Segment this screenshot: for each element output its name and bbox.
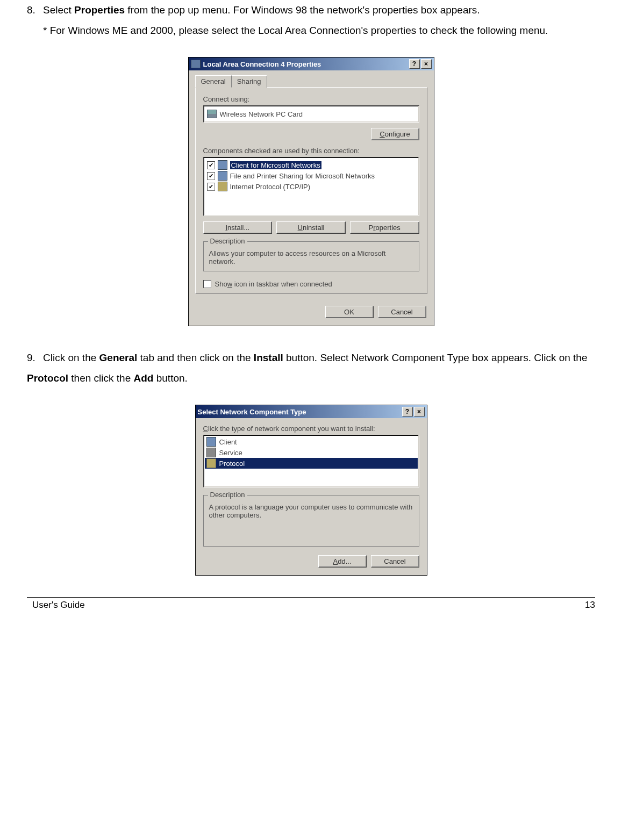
network-adapter-icon <box>207 110 217 118</box>
uninstall-button[interactable]: Uninstall <box>276 221 346 234</box>
protocol-icon <box>218 182 227 191</box>
dialog1-title: Local Area Connection 4 Properties <box>203 60 321 68</box>
list-item-client[interactable]: Client <box>205 436 418 447</box>
dialog2-titlebar[interactable]: Select Network Component Type ? × <box>196 405 427 418</box>
step8-number: 8. <box>27 0 43 20</box>
checkbox-icon[interactable]: ✔ <box>207 183 215 191</box>
tab-general[interactable]: General <box>195 75 232 88</box>
dialog2-prompt: Click the type of network component you … <box>203 425 419 433</box>
checkbox-icon[interactable]: ✔ <box>207 161 215 169</box>
adapter-box: Wireless Network PC Card <box>203 105 419 123</box>
configure-button[interactable]: Configure <box>371 128 419 140</box>
select-network-component-type-dialog: Select Network Component Type ? × Click … <box>195 405 427 576</box>
cancel-button[interactable]: Cancel <box>378 306 426 318</box>
step9-p3: button. Select Network Component Type bo… <box>283 352 588 363</box>
protocol-icon <box>206 458 216 468</box>
client-icon <box>218 160 227 170</box>
step9-p5: button. <box>153 372 187 384</box>
dialog2-title: Select Network Component Type <box>198 408 306 416</box>
adapter-name: Wireless Network PC Card <box>220 110 303 118</box>
connect-using-label: Connect using: <box>203 95 419 103</box>
cancel-button[interactable]: Cancel <box>371 555 419 568</box>
service-icon <box>206 448 216 457</box>
help-button[interactable]: ? <box>409 59 420 69</box>
list-item-protocol[interactable]: Protocol <box>205 458 418 469</box>
list-item-service[interactable]: Service <box>205 447 418 458</box>
ok-button[interactable]: OK <box>325 306 374 318</box>
show-icon-label: Show icon in taskbar when connected <box>215 280 332 288</box>
component-label: Internet Protocol (TCP/IP) <box>230 183 311 191</box>
component-item[interactable]: ✔ Client for Microsoft Networks <box>206 160 417 170</box>
component-item[interactable]: ✔ File and Printer Sharing for Microsoft… <box>206 170 417 181</box>
add-button[interactable]: Add... <box>318 555 367 568</box>
step8-note: * For Windows ME and 2000, please select… <box>43 20 595 41</box>
tab-sharing[interactable]: Sharing <box>231 75 267 88</box>
footer-rule <box>27 597 595 598</box>
components-listbox[interactable]: ✔ Client for Microsoft Networks ✔ File a… <box>203 157 419 216</box>
show-icon-checkbox[interactable] <box>203 280 211 288</box>
component-item[interactable]: ✔ Internet Protocol (TCP/IP) <box>206 181 417 192</box>
component-type-listbox[interactable]: Client Service Protocol <box>203 435 419 487</box>
components-label: Components checked are used by this conn… <box>203 147 419 155</box>
description-text: Allows your computer to access resources… <box>209 249 413 265</box>
component-label: Client for Microsoft Networks <box>230 161 321 169</box>
step9-b2: Install <box>254 352 283 363</box>
configure-button-rest: onfigure <box>385 130 410 138</box>
step9-b1: General <box>99 352 138 363</box>
step9-p1: Click on the <box>43 352 99 363</box>
step9-p4: then click the <box>68 372 133 384</box>
footer-left: User's Guide <box>32 600 85 611</box>
list-item-label: Client <box>219 438 237 446</box>
help-button[interactable]: ? <box>402 407 413 417</box>
step9-p2: tab and then click on the <box>137 352 254 363</box>
page-number: 13 <box>585 600 595 611</box>
step9-number: 9. <box>27 348 43 368</box>
step8-bold-properties: Properties <box>74 4 125 16</box>
dialog1-titlebar[interactable]: Local Area Connection 4 Properties ? × <box>189 58 434 70</box>
step8-text-after: from the pop up menu. For Windows 98 the… <box>125 4 480 16</box>
properties-button[interactable]: Properties <box>350 221 419 234</box>
description-text: A protocol is a language your computer u… <box>209 503 413 519</box>
description-legend: Description <box>208 491 247 499</box>
service-icon <box>218 171 227 181</box>
description-group: Description Allows your computer to acce… <box>203 241 419 271</box>
step8-text-before: Select <box>43 4 74 16</box>
description-group: Description A protocol is a language you… <box>203 495 419 547</box>
client-icon <box>206 437 216 447</box>
install-button[interactable]: Install... <box>203 221 273 234</box>
connection-icon <box>191 60 201 68</box>
local-area-connection-properties-dialog: Local Area Connection 4 Properties ? × G… <box>188 57 434 326</box>
description-legend: Description <box>208 237 247 245</box>
list-item-label: Service <box>219 449 242 457</box>
close-button[interactable]: × <box>414 407 425 417</box>
component-label: File and Printer Sharing for Microsoft N… <box>230 172 375 180</box>
step9-b4: Add <box>134 372 154 384</box>
list-item-label: Protocol <box>219 460 245 468</box>
step9-b3: Protocol <box>27 372 68 384</box>
close-button[interactable]: × <box>421 59 432 69</box>
checkbox-icon[interactable]: ✔ <box>207 172 215 180</box>
